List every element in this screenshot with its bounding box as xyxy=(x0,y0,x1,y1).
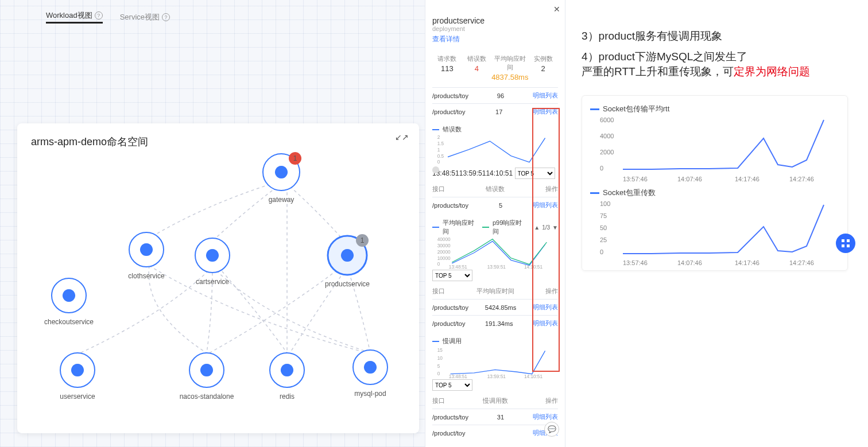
tab-workload[interactable]: Workload视图 ? xyxy=(46,10,103,24)
node-label: productservice xyxy=(325,280,370,288)
col-interface: 接口 xyxy=(432,397,445,405)
svg-text:25: 25 xyxy=(600,236,607,243)
kpi-inst-label: 实例数 xyxy=(528,55,558,63)
svg-text:0: 0 xyxy=(437,160,440,165)
svg-text:1.5: 1.5 xyxy=(437,141,444,146)
node-userservice[interactable]: userservice xyxy=(60,353,95,401)
svg-text:2: 2 xyxy=(437,135,440,140)
svg-text:14:27:46: 14:27:46 xyxy=(789,259,814,266)
detail-list-link[interactable]: 明细列表 xyxy=(533,91,558,100)
detail-list-link[interactable]: 明细列表 xyxy=(533,107,558,116)
row-path: /product/toy xyxy=(432,320,465,327)
svg-text:10: 10 xyxy=(437,356,443,361)
table-row: /product/toy191.34ms明细列表 xyxy=(432,315,558,331)
svg-text:0: 0 xyxy=(600,165,603,172)
mini-chart-errors: 21.510.50 xyxy=(432,135,558,166)
badge-count: 1 xyxy=(361,236,365,244)
topology-card: arms-apm-demo命名空间 ↙↗ xyxy=(17,123,419,433)
svg-text:100: 100 xyxy=(600,200,610,207)
node-cartservice[interactable]: cartservice xyxy=(195,238,230,286)
kpi-row: 请求数113 错误数4 平均响应时间4837.58ms 实例数2 xyxy=(432,55,558,81)
svg-text:75: 75 xyxy=(600,212,607,219)
row-path: /product/toy xyxy=(432,430,465,437)
node-nacos[interactable]: nacos-standalone xyxy=(180,353,234,401)
row-val: 5424.85ms xyxy=(485,304,516,311)
row-val: 191.34ms xyxy=(485,320,513,327)
kpi-rt-value: 4837.58ms xyxy=(491,73,528,81)
svg-text:0.5: 0.5 xyxy=(437,154,444,159)
top5-select[interactable]: TOP 5 xyxy=(432,270,472,281)
top5-select[interactable]: TOP 5 xyxy=(515,168,555,179)
view-detail-link[interactable]: 查看详情 xyxy=(432,34,460,44)
tab-service[interactable]: Service视图 ? xyxy=(120,10,170,24)
kpi-req-value: 113 xyxy=(432,64,462,73)
socket-charts-card: Socket包传输平均rtt 6000400020000 13:57:4614:… xyxy=(582,95,848,271)
service-name: productservice xyxy=(432,16,558,25)
svg-text:5: 5 xyxy=(437,364,440,369)
svg-text:2000: 2000 xyxy=(600,149,614,156)
svg-text:14:27:46: 14:27:46 xyxy=(789,176,814,182)
detail-list-link[interactable]: 明细列表 xyxy=(533,319,558,328)
node-label: mysql-pod xyxy=(354,390,386,398)
svg-text:14:17:46: 14:17:46 xyxy=(735,259,760,266)
node-checkoutservice[interactable]: checkoutservice xyxy=(44,278,94,326)
svg-text:0: 0 xyxy=(437,262,440,267)
side-action-icon[interactable] xyxy=(836,234,855,253)
req-path: /products/toy xyxy=(432,92,468,99)
req-count: 96 xyxy=(497,92,504,99)
node-clothservice[interactable]: clothservice xyxy=(128,232,165,280)
svg-text:0: 0 xyxy=(437,371,440,376)
col-action: 操作 xyxy=(545,185,558,193)
svg-text:20000: 20000 xyxy=(437,250,451,255)
svg-text:6000: 6000 xyxy=(600,116,614,123)
req-path: /product/toy xyxy=(432,108,465,115)
table-row: /product/toy明细列表 xyxy=(432,425,558,441)
kpi-req-label: 请求数 xyxy=(432,55,462,63)
top5-select[interactable]: TOP 5 xyxy=(432,379,472,391)
row-val: 5 xyxy=(499,202,502,209)
svg-text:14:07:46: 14:07:46 xyxy=(677,176,702,182)
node-mysql[interactable]: mysql-pod xyxy=(353,350,388,398)
badge-count: 1 xyxy=(293,154,297,162)
chart-socket-retrans: 1007550250 13:57:4614:07:4614:17:4614:27… xyxy=(587,199,843,268)
row-val: 31 xyxy=(497,414,504,421)
svg-text:13:48:51: 13:48:51 xyxy=(449,374,468,378)
help-icon[interactable]: ? xyxy=(95,11,103,20)
section-title-rt: 平均响应时间 p99响应时间 ▲ 1/3 ▼ xyxy=(432,219,558,236)
svg-text:15: 15 xyxy=(437,348,443,353)
node-label: clothservice xyxy=(128,272,165,280)
col-interface: 接口 xyxy=(432,185,445,193)
detail-list-link[interactable]: 明细列表 xyxy=(533,201,558,209)
mini-chart-slow: 151050 13:48:5113:59:5114:10:51 xyxy=(432,347,558,378)
detail-list-link[interactable]: 明细列表 xyxy=(533,303,558,312)
table-row: /products/toy5424.85ms明细列表 xyxy=(432,299,558,315)
legend-avg: 平均响应时间 xyxy=(443,219,479,236)
svg-text:50: 50 xyxy=(600,224,607,231)
svg-text:4000: 4000 xyxy=(600,133,614,139)
chart-pager[interactable]: ▲ 1/3 ▼ xyxy=(534,224,558,231)
col-interface: 接口 xyxy=(432,287,445,296)
topology-pane: Workload视图 ? Service视图 ? arms-apm-demo命名… xyxy=(0,0,425,447)
svg-rect-49 xyxy=(842,239,844,242)
row-path: /products/toy xyxy=(432,414,468,421)
svg-text:14:10:51: 14:10:51 xyxy=(524,265,543,269)
svg-rect-50 xyxy=(847,239,850,242)
kpi-rt-label: 平均响应时间 xyxy=(491,55,528,72)
chart-socket-rtt: 6000400020000 13:57:4614:07:4614:17:4614… xyxy=(587,115,843,184)
close-icon[interactable]: ✕ xyxy=(553,5,560,14)
service-detail-panel: ✕ productservice deployment 查看详情 请求数113 … xyxy=(425,0,565,447)
feedback-icon[interactable]: 💬 xyxy=(544,422,559,437)
legend-p99: p99响应时间 xyxy=(493,219,527,236)
svg-text:1: 1 xyxy=(437,147,440,153)
col-action: 操作 xyxy=(545,287,558,296)
section-title-label: 错误数 xyxy=(443,125,462,134)
node-gateway[interactable]: 1 gateway xyxy=(263,152,301,204)
section-title-label: 慢调用 xyxy=(443,337,462,345)
help-icon[interactable]: ? xyxy=(162,13,170,21)
detail-list-link[interactable]: 明细列表 xyxy=(533,413,558,421)
section-title-errors: 错误数 xyxy=(432,125,558,134)
node-label: nacos-standalone xyxy=(180,392,234,401)
svg-text:0: 0 xyxy=(600,248,603,255)
node-productservice[interactable]: 1 productservice xyxy=(325,234,370,288)
node-redis[interactable]: redis xyxy=(270,353,304,401)
